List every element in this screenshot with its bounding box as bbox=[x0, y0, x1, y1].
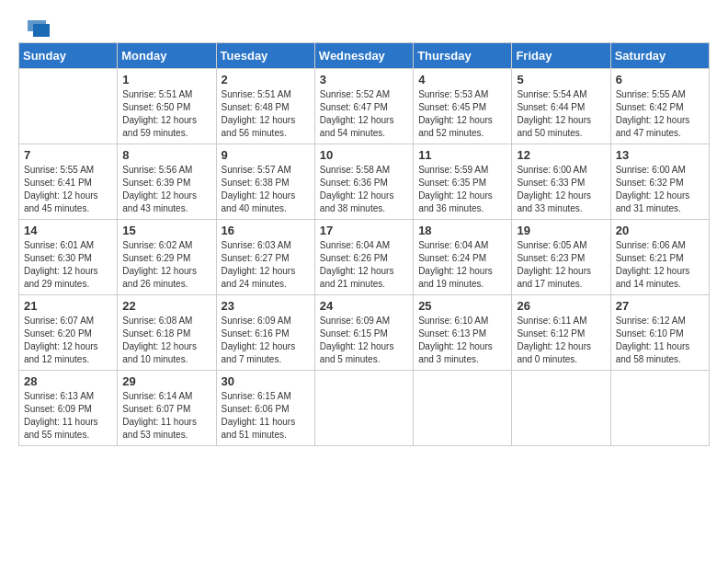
calendar-cell: 28Sunrise: 6:13 AM Sunset: 6:09 PM Dayli… bbox=[19, 371, 118, 446]
day-info: Sunrise: 5:57 AM Sunset: 6:38 PM Dayligh… bbox=[222, 164, 310, 215]
day-info: Sunrise: 6:09 AM Sunset: 6:15 PM Dayligh… bbox=[320, 315, 408, 366]
day-number: 26 bbox=[517, 299, 605, 313]
day-number: 6 bbox=[616, 73, 704, 86]
calendar-cell: 22Sunrise: 6:08 AM Sunset: 6:18 PM Dayli… bbox=[118, 295, 216, 371]
page-header bbox=[18, 18, 710, 35]
calendar-week-row: 28Sunrise: 6:13 AM Sunset: 6:09 PM Dayli… bbox=[19, 371, 710, 446]
day-info: Sunrise: 5:52 AM Sunset: 6:47 PM Dayligh… bbox=[320, 88, 408, 140]
calendar-week-row: 21Sunrise: 6:07 AM Sunset: 6:20 PM Dayli… bbox=[19, 295, 710, 371]
day-number: 19 bbox=[517, 224, 605, 237]
day-number: 2 bbox=[222, 73, 310, 86]
day-info: Sunrise: 5:55 AM Sunset: 6:42 PM Dayligh… bbox=[616, 88, 704, 140]
calendar-cell: 4Sunrise: 5:53 AM Sunset: 6:45 PM Daylig… bbox=[414, 69, 512, 144]
calendar-cell: 9Sunrise: 5:57 AM Sunset: 6:38 PM Daylig… bbox=[216, 144, 314, 220]
day-number: 20 bbox=[616, 224, 704, 237]
calendar-cell: 12Sunrise: 6:00 AM Sunset: 6:33 PM Dayli… bbox=[512, 144, 610, 220]
weekday-header: Thursday bbox=[414, 43, 512, 69]
calendar-cell: 5Sunrise: 5:54 AM Sunset: 6:44 PM Daylig… bbox=[512, 69, 610, 144]
calendar-cell bbox=[414, 371, 512, 446]
calendar-cell: 13Sunrise: 6:00 AM Sunset: 6:32 PM Dayli… bbox=[610, 144, 709, 220]
day-info: Sunrise: 6:13 AM Sunset: 6:09 PM Dayligh… bbox=[24, 390, 112, 442]
calendar-cell: 10Sunrise: 5:58 AM Sunset: 6:36 PM Dayli… bbox=[314, 144, 413, 220]
calendar-week-row: 14Sunrise: 6:01 AM Sunset: 6:30 PM Dayli… bbox=[19, 220, 710, 295]
day-number: 10 bbox=[320, 148, 408, 162]
day-info: Sunrise: 6:08 AM Sunset: 6:18 PM Dayligh… bbox=[122, 315, 210, 366]
calendar-cell: 1Sunrise: 5:51 AM Sunset: 6:50 PM Daylig… bbox=[118, 69, 216, 144]
logo bbox=[18, 18, 50, 35]
day-info: Sunrise: 5:51 AM Sunset: 6:48 PM Dayligh… bbox=[222, 88, 310, 140]
day-number: 13 bbox=[616, 148, 704, 162]
day-number: 11 bbox=[418, 148, 506, 162]
day-info: Sunrise: 6:12 AM Sunset: 6:10 PM Dayligh… bbox=[616, 315, 704, 366]
calendar-cell: 6Sunrise: 5:55 AM Sunset: 6:42 PM Daylig… bbox=[610, 69, 709, 144]
day-info: Sunrise: 6:11 AM Sunset: 6:12 PM Dayligh… bbox=[517, 315, 605, 366]
calendar-cell: 3Sunrise: 5:52 AM Sunset: 6:47 PM Daylig… bbox=[314, 69, 413, 144]
weekday-header: Wednesday bbox=[314, 43, 413, 69]
day-info: Sunrise: 6:10 AM Sunset: 6:13 PM Dayligh… bbox=[418, 315, 506, 366]
day-number: 18 bbox=[418, 224, 506, 237]
calendar-week-row: 1Sunrise: 5:51 AM Sunset: 6:50 PM Daylig… bbox=[19, 69, 710, 144]
calendar-cell: 26Sunrise: 6:11 AM Sunset: 6:12 PM Dayli… bbox=[512, 295, 610, 371]
day-info: Sunrise: 6:05 AM Sunset: 6:23 PM Dayligh… bbox=[517, 239, 605, 291]
day-number: 8 bbox=[122, 148, 210, 162]
day-number: 1 bbox=[122, 73, 210, 86]
calendar-cell: 23Sunrise: 6:09 AM Sunset: 6:16 PM Dayli… bbox=[216, 295, 314, 371]
day-number: 3 bbox=[320, 73, 408, 86]
day-info: Sunrise: 5:51 AM Sunset: 6:50 PM Dayligh… bbox=[122, 88, 210, 140]
day-number: 5 bbox=[517, 73, 605, 86]
calendar-cell: 29Sunrise: 6:14 AM Sunset: 6:07 PM Dayli… bbox=[118, 371, 216, 446]
day-number: 22 bbox=[122, 299, 210, 313]
calendar-week-row: 7Sunrise: 5:55 AM Sunset: 6:41 PM Daylig… bbox=[19, 144, 710, 220]
day-info: Sunrise: 6:02 AM Sunset: 6:29 PM Dayligh… bbox=[122, 239, 210, 291]
day-number: 7 bbox=[24, 148, 112, 162]
day-info: Sunrise: 6:14 AM Sunset: 6:07 PM Dayligh… bbox=[122, 390, 210, 442]
calendar-cell bbox=[512, 371, 610, 446]
day-info: Sunrise: 6:06 AM Sunset: 6:21 PM Dayligh… bbox=[616, 239, 704, 291]
day-info: Sunrise: 5:59 AM Sunset: 6:35 PM Dayligh… bbox=[418, 164, 506, 215]
calendar-cell bbox=[314, 371, 413, 446]
calendar-cell: 19Sunrise: 6:05 AM Sunset: 6:23 PM Dayli… bbox=[512, 220, 610, 295]
day-info: Sunrise: 5:55 AM Sunset: 6:41 PM Dayligh… bbox=[24, 164, 112, 215]
logo-icon bbox=[20, 18, 50, 39]
weekday-header: Sunday bbox=[19, 43, 118, 69]
weekday-header: Friday bbox=[512, 43, 610, 69]
calendar-cell: 15Sunrise: 6:02 AM Sunset: 6:29 PM Dayli… bbox=[118, 220, 216, 295]
day-number: 12 bbox=[517, 148, 605, 162]
calendar-cell: 30Sunrise: 6:15 AM Sunset: 6:06 PM Dayli… bbox=[216, 371, 314, 446]
day-info: Sunrise: 6:03 AM Sunset: 6:27 PM Dayligh… bbox=[222, 239, 310, 291]
weekday-header: Tuesday bbox=[216, 43, 314, 69]
weekday-header: Saturday bbox=[610, 43, 709, 69]
day-info: Sunrise: 5:58 AM Sunset: 6:36 PM Dayligh… bbox=[320, 164, 408, 215]
day-number: 24 bbox=[320, 299, 408, 313]
calendar-cell: 25Sunrise: 6:10 AM Sunset: 6:13 PM Dayli… bbox=[414, 295, 512, 371]
day-number: 17 bbox=[320, 224, 408, 237]
calendar-cell: 2Sunrise: 5:51 AM Sunset: 6:48 PM Daylig… bbox=[216, 69, 314, 144]
day-number: 21 bbox=[24, 299, 112, 313]
day-number: 15 bbox=[122, 224, 210, 237]
day-number: 14 bbox=[24, 224, 112, 237]
day-info: Sunrise: 5:54 AM Sunset: 6:44 PM Dayligh… bbox=[517, 88, 605, 140]
calendar-cell: 7Sunrise: 5:55 AM Sunset: 6:41 PM Daylig… bbox=[19, 144, 118, 220]
day-number: 29 bbox=[122, 374, 210, 388]
calendar-cell: 8Sunrise: 5:56 AM Sunset: 6:39 PM Daylig… bbox=[118, 144, 216, 220]
calendar-cell: 24Sunrise: 6:09 AM Sunset: 6:15 PM Dayli… bbox=[314, 295, 413, 371]
calendar-cell: 27Sunrise: 6:12 AM Sunset: 6:10 PM Dayli… bbox=[610, 295, 709, 371]
day-number: 25 bbox=[418, 299, 506, 313]
day-number: 4 bbox=[418, 73, 506, 86]
calendar-cell: 11Sunrise: 5:59 AM Sunset: 6:35 PM Dayli… bbox=[414, 144, 512, 220]
day-info: Sunrise: 6:04 AM Sunset: 6:24 PM Dayligh… bbox=[418, 239, 506, 291]
calendar-cell: 17Sunrise: 6:04 AM Sunset: 6:26 PM Dayli… bbox=[314, 220, 413, 295]
day-info: Sunrise: 6:04 AM Sunset: 6:26 PM Dayligh… bbox=[320, 239, 408, 291]
day-info: Sunrise: 6:00 AM Sunset: 6:32 PM Dayligh… bbox=[616, 164, 704, 215]
day-info: Sunrise: 6:01 AM Sunset: 6:30 PM Dayligh… bbox=[24, 239, 112, 291]
day-info: Sunrise: 6:15 AM Sunset: 6:06 PM Dayligh… bbox=[222, 390, 310, 442]
calendar-cell: 16Sunrise: 6:03 AM Sunset: 6:27 PM Dayli… bbox=[216, 220, 314, 295]
day-info: Sunrise: 6:07 AM Sunset: 6:20 PM Dayligh… bbox=[24, 315, 112, 366]
calendar-cell: 21Sunrise: 6:07 AM Sunset: 6:20 PM Dayli… bbox=[19, 295, 118, 371]
calendar-cell: 18Sunrise: 6:04 AM Sunset: 6:24 PM Dayli… bbox=[414, 220, 512, 295]
calendar-cell bbox=[610, 371, 709, 446]
calendar-header-row: SundayMondayTuesdayWednesdayThursdayFrid… bbox=[19, 43, 710, 69]
day-number: 9 bbox=[222, 148, 310, 162]
day-info: Sunrise: 6:00 AM Sunset: 6:33 PM Dayligh… bbox=[517, 164, 605, 215]
weekday-header: Monday bbox=[118, 43, 216, 69]
